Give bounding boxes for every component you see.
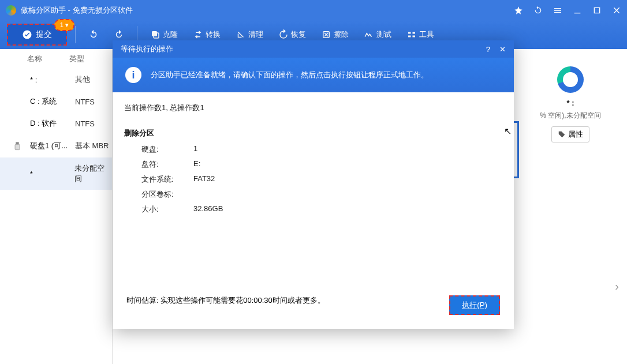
- pending-operations-dialog: 等待执行的操作 ? ✕ i 分区助手已经准备就绪，请确认下面的操作，然后点击执行…: [113, 40, 514, 329]
- sidebar-item[interactable]: C : 系统NTFS: [0, 91, 112, 112]
- chevron-right-icon[interactable]: ›: [615, 280, 619, 293]
- dialog-banner: i 分区助手已经准备就绪，请确认下面的操作，然后点击执行按钮让程序正式地工作。: [113, 58, 514, 92]
- dialog-body[interactable]: 当前操作数1, 总操作数1 删除分区 硬盘:1 盘符:E: 文件系统:FAT32…: [113, 92, 514, 286]
- sidebar-item[interactable]: *未分配空间: [0, 157, 112, 190]
- sidebar-item[interactable]: 硬盘1 (可...基本 MBR: [0, 134, 112, 157]
- star-icon[interactable]: [514, 6, 523, 15]
- maximize-icon[interactable]: [592, 6, 602, 15]
- submit-button[interactable]: 提交 1 ▾: [7, 24, 67, 46]
- refresh-icon[interactable]: [533, 6, 543, 15]
- col-type: 类型: [69, 54, 84, 64]
- right-panel: * : % 空闲),未分配空间 属性: [524, 66, 617, 142]
- undo-button[interactable]: [84, 27, 103, 42]
- svg-rect-5: [408, 36, 411, 37]
- svg-rect-4: [408, 32, 411, 34]
- check-circle-icon: [22, 29, 32, 40]
- svg-rect-7: [413, 36, 416, 37]
- dialog-footer: 时间估算: 实现这些操作可能需要花00:00:30时间或者更多。 执行(P): [113, 286, 514, 329]
- usb-icon: [13, 140, 22, 152]
- svg-rect-1: [152, 31, 157, 36]
- sidebar-item[interactable]: D : 软件NTFS: [0, 112, 112, 134]
- close-icon[interactable]: [612, 6, 621, 15]
- menu-icon[interactable]: [553, 6, 562, 15]
- svg-rect-8: [16, 142, 18, 144]
- submit-badge: 1 ▾: [54, 19, 74, 31]
- close-icon[interactable]: ✕: [499, 45, 506, 54]
- app-icon: [6, 5, 16, 16]
- svg-rect-9: [15, 144, 20, 149]
- attributes-button[interactable]: 属性: [551, 126, 589, 142]
- pie-chart-icon: [557, 66, 584, 93]
- app-title: 傲梅分区助手 - 免费无损分区软件: [21, 5, 133, 16]
- tag-icon: [558, 130, 566, 138]
- minimize-icon[interactable]: [573, 6, 582, 15]
- time-estimate: 时间估算: 实现这些操作可能需要花00:00:30时间或者更多。: [126, 296, 325, 305]
- svg-rect-6: [413, 32, 416, 34]
- sidebar: 名称 类型 * :其他 C : 系统NTFS D : 软件NTFS 硬盘1 (可…: [0, 49, 113, 364]
- execute-button[interactable]: 执行(P): [449, 295, 500, 315]
- sidebar-item[interactable]: * :其他: [0, 69, 112, 91]
- info-icon: i: [125, 67, 141, 83]
- dialog-titlebar: 等待执行的操作 ? ✕: [113, 40, 514, 58]
- help-icon[interactable]: ?: [486, 45, 490, 54]
- titlebar: 傲梅分区助手 - 免费无损分区软件: [0, 0, 627, 20]
- col-name: 名称: [0, 54, 69, 64]
